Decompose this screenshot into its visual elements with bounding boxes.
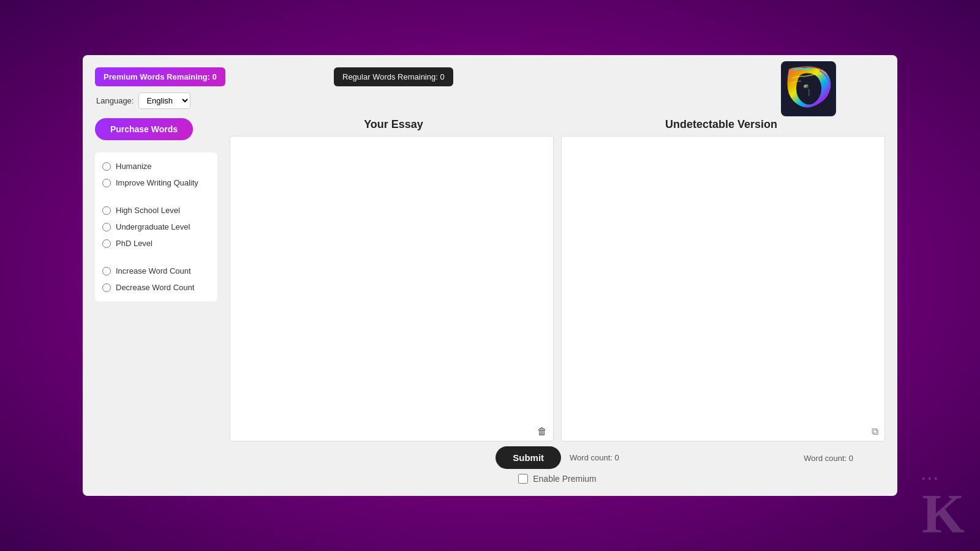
watermark-k: K (922, 487, 965, 542)
option-high-school[interactable]: High School Level (102, 206, 210, 215)
language-select[interactable]: English Spanish French German (138, 92, 190, 109)
regular-words-badge: Regular Words Remaining: 0 (334, 67, 453, 86)
label-undergraduate: Undergraduate Level (116, 222, 190, 231)
sidebar: Purchase Words Humanize Improve Writing … (95, 118, 217, 484)
logo-svg (783, 63, 835, 115)
submit-area: Submit Word count: 0 Word count: 0 (230, 446, 885, 469)
content-area: Purchase Words Humanize Improve Writing … (95, 118, 885, 484)
essays-area: 🗑 ⧉ (230, 136, 885, 441)
undetectable-textarea[interactable] (562, 137, 884, 422)
radio-phd[interactable] (102, 239, 111, 248)
your-essay-panel: 🗑 (230, 136, 554, 441)
enable-premium-checkbox[interactable] (518, 474, 528, 484)
option-decrease-word-count[interactable]: Decrease Word Count (102, 283, 210, 292)
copy-icon[interactable]: ⧉ (872, 426, 878, 437)
radio-humanize[interactable] (102, 162, 111, 171)
options-box: Humanize Improve Writing Quality High Sc… (95, 152, 217, 301)
option-undergraduate[interactable]: Undergraduate Level (102, 222, 210, 231)
premium-words-badge: Premium Words Remaining: 0 (95, 67, 225, 86)
your-essay-title: Your Essay (230, 118, 557, 131)
svg-point-1 (804, 84, 809, 88)
language-label: Language: (96, 96, 134, 105)
header-area: Premium Words Remaining: 0 Language: Eng… (95, 67, 885, 109)
your-essay-textarea[interactable] (230, 137, 553, 422)
divider-2 (102, 255, 210, 259)
left-header-section: Premium Words Remaining: 0 Language: Eng… (95, 67, 225, 109)
your-essay-footer: 🗑 (230, 422, 553, 441)
left-word-count: Word count: 0 (570, 453, 619, 462)
radio-decrease-word-count[interactable] (102, 283, 111, 292)
label-improve-writing: Improve Writing Quality (116, 178, 198, 187)
app-logo (781, 61, 836, 116)
label-decrease-word-count: Decrease Word Count (116, 283, 194, 292)
submit-button[interactable]: Submit (496, 446, 561, 469)
enable-premium-area: Enable Premium (230, 474, 885, 484)
radio-improve-writing[interactable] (102, 179, 111, 187)
label-high-school: High School Level (116, 206, 180, 215)
label-phd: PhD Level (116, 239, 153, 248)
divider-1 (102, 195, 210, 198)
logo-area (781, 61, 836, 116)
main-content: Your Essay Undetectable Version 🗑 ⧉ (230, 118, 885, 484)
radio-increase-word-count[interactable] (102, 267, 111, 276)
label-humanize: Humanize (116, 162, 152, 171)
option-improve-writing[interactable]: Improve Writing Quality (102, 178, 210, 187)
enable-premium-label: Enable Premium (533, 474, 597, 484)
essays-header: Your Essay Undetectable Version (230, 118, 885, 131)
language-row: Language: English Spanish French German (96, 92, 225, 109)
option-humanize[interactable]: Humanize (102, 162, 210, 171)
undetectable-panel: ⧉ (561, 136, 885, 441)
option-phd[interactable]: PhD Level (102, 239, 210, 248)
watermark-dots: • • • (922, 473, 965, 484)
radio-high-school[interactable] (102, 206, 111, 215)
trash-icon[interactable]: 🗑 (537, 426, 547, 437)
label-increase-word-count: Increase Word Count (116, 266, 191, 276)
main-app-container: Premium Words Remaining: 0 Language: Eng… (83, 55, 897, 496)
radio-undergraduate[interactable] (102, 223, 111, 231)
option-increase-word-count[interactable]: Increase Word Count (102, 266, 210, 276)
watermark-area: • • • K (922, 473, 965, 542)
undetectable-footer: ⧉ (562, 422, 884, 441)
undetectable-title: Undetectable Version (557, 118, 885, 131)
right-word-count: Word count: 0 (804, 453, 853, 462)
purchase-words-button[interactable]: Purchase Words (95, 118, 193, 140)
